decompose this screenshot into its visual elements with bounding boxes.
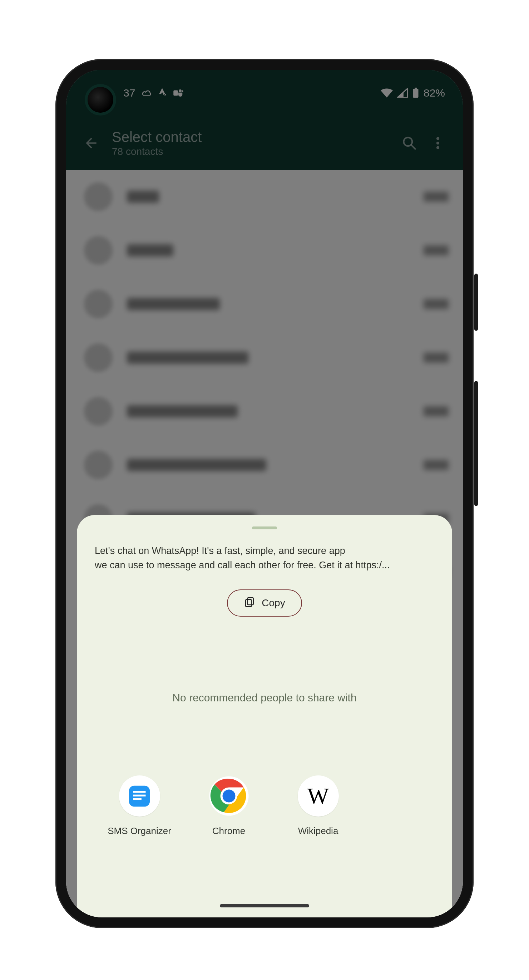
share-app-wikipedia[interactable]: W Wikipedia	[273, 775, 363, 837]
svg-rect-10	[248, 598, 253, 605]
share-preview-line: Let's chat on WhatsApp! It's a fast, sim…	[95, 544, 434, 558]
side-button	[474, 274, 478, 331]
svg-point-18	[222, 790, 235, 803]
side-button	[474, 381, 478, 506]
copy-icon	[244, 596, 255, 610]
copy-button[interactable]: Copy	[227, 589, 302, 617]
share-app-label: SMS Organizer	[108, 826, 171, 837]
nav-gesture-bar[interactable]	[220, 904, 309, 907]
share-app-label: Chrome	[212, 826, 245, 837]
svg-rect-11	[246, 600, 252, 606]
drag-handle[interactable]	[252, 527, 277, 529]
share-app-chrome[interactable]: Chrome	[184, 775, 273, 837]
svg-rect-15	[133, 798, 141, 800]
share-app-sms-organizer[interactable]: SMS Organizer	[95, 775, 184, 837]
copy-button-label: Copy	[262, 597, 285, 609]
phone-frame: 37 8	[56, 59, 473, 928]
screen: 37 8	[66, 70, 463, 917]
share-preview-line: we can use to message and call each othe…	[95, 558, 434, 572]
wikipedia-icon: W	[298, 775, 339, 816]
svg-rect-14	[133, 794, 146, 796]
share-preview-text: Let's chat on WhatsApp! It's a fast, sim…	[91, 544, 438, 572]
camera-punch-hole	[87, 87, 113, 113]
share-apps-row: SMS Organizer Chrome	[91, 775, 438, 837]
no-recommended-text: No recommended people to share with	[91, 692, 438, 704]
share-sheet: Let's chat on WhatsApp! It's a fast, sim…	[77, 515, 452, 917]
svg-rect-13	[133, 791, 146, 792]
share-app-label: Wikipedia	[298, 826, 338, 837]
chrome-icon	[208, 775, 249, 816]
sms-organizer-icon	[119, 775, 160, 816]
